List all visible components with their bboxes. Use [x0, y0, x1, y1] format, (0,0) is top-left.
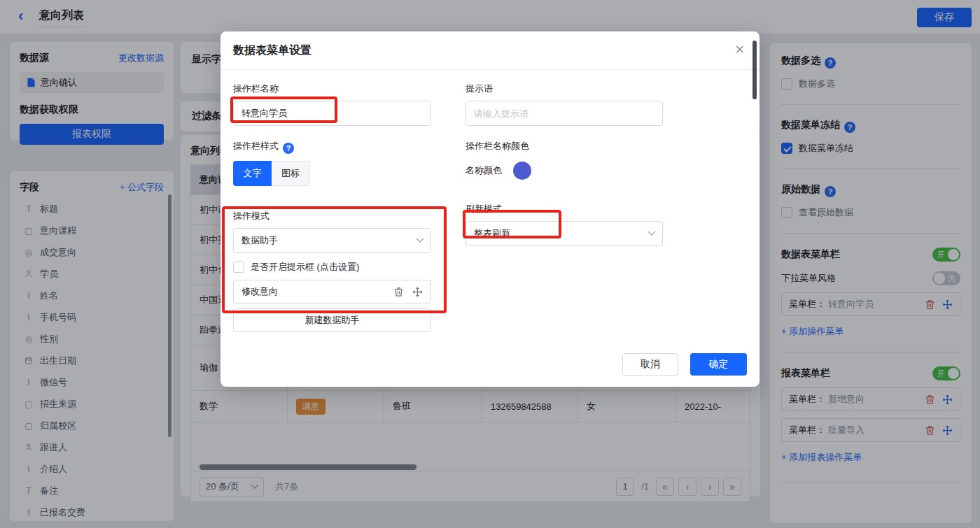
- modal-scrollbar[interactable]: [752, 41, 757, 99]
- page: ‹ 意向列表 保存 数据源 更改数据源 意向确认 数据获取权限 报表权限 字段 …: [0, 0, 980, 528]
- confirm-button[interactable]: 确定: [690, 353, 747, 376]
- tip-box-row: 是否开启提示框 (点击设置): [233, 261, 431, 273]
- refresh-mode-value: 整表刷新: [474, 227, 510, 240]
- action-style-label: 操作栏样式: [233, 141, 279, 151]
- action-mode-value: 数据助手: [241, 234, 278, 247]
- tip-box-checkbox[interactable]: [233, 262, 244, 273]
- trash-icon[interactable]: [393, 287, 404, 297]
- assistant-item[interactable]: 修改意向: [233, 280, 431, 304]
- table-menu-settings-modal: 数据表菜单设置 × 操作栏名称 操作栏样式? 文字 图标 操作模式: [220, 31, 760, 387]
- modal-header: 数据表菜单设置 ×: [220, 31, 760, 70]
- tip-label: 提示语: [465, 83, 663, 95]
- style-icon-tab[interactable]: 图标: [272, 161, 310, 186]
- cancel-button[interactable]: 取消: [622, 353, 678, 376]
- action-name-label: 操作栏名称: [233, 83, 431, 95]
- action-mode-label: 操作模式: [233, 210, 431, 222]
- tip-input[interactable]: [465, 101, 663, 126]
- name-color-text: 名称颜色: [465, 164, 502, 177]
- style-text-tab[interactable]: 文字: [233, 161, 272, 186]
- action-mode-select[interactable]: 数据助手: [233, 228, 431, 253]
- action-style-segmented: 文字 图标: [233, 161, 310, 186]
- refresh-mode-label: 刷新模式: [465, 203, 663, 215]
- name-color-label: 操作栏名称颜色: [465, 140, 663, 152]
- close-icon[interactable]: ×: [735, 41, 744, 58]
- tip-box-label: 是否开启提示框 (点击设置): [251, 261, 359, 273]
- chevron-down-icon: [648, 228, 655, 236]
- action-name-input[interactable]: [233, 101, 431, 126]
- assistant-item-label: 修改意向: [241, 285, 278, 298]
- chevron-down-icon: [416, 235, 424, 243]
- new-assistant-button[interactable]: 新建数据助手: [233, 308, 431, 332]
- refresh-mode-select[interactable]: 整表刷新: [465, 221, 663, 246]
- color-swatch[interactable]: [513, 162, 531, 180]
- modal-title: 数据表菜单设置: [233, 43, 312, 58]
- move-icon[interactable]: [412, 287, 423, 297]
- help-icon[interactable]: ?: [283, 143, 294, 154]
